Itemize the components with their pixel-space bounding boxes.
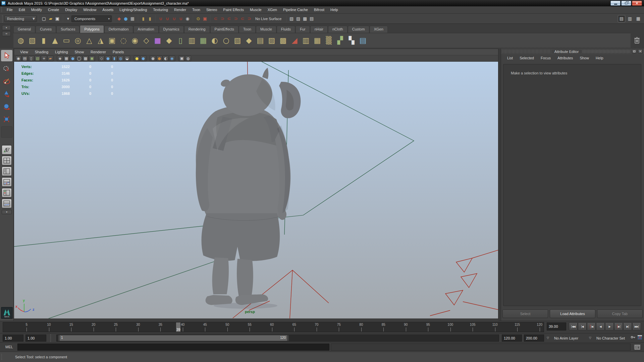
menubar-item-lighting-shading[interactable]: Lighting/Shading: [116, 6, 150, 13]
input-connections-icon[interactable]: ⊂: [212, 15, 219, 22]
layout-persp-graph-button[interactable]: [2, 177, 12, 187]
motion-blur-icon[interactable]: ◐: [163, 56, 169, 61]
poly-platonic-icon[interactable]: ◇: [141, 35, 152, 47]
shelf-tab-dynamics[interactable]: Dynamics: [159, 26, 184, 33]
pane-divider[interactable]: [498, 49, 501, 321]
attribute-editor-titlebar[interactable]: Attribute Editor ×: [501, 49, 644, 54]
ipr-render-icon[interactable]: ▩: [302, 15, 308, 22]
render-view-icon[interactable]: ▧: [288, 15, 295, 22]
highlight-backfaces-toggle[interactable]: ▮: [147, 15, 153, 22]
shaded-icon[interactable]: ●: [105, 56, 111, 61]
step-forward-frame-button[interactable]: ▶|: [614, 322, 623, 330]
wire-on-shaded-icon[interactable]: ◍: [118, 56, 124, 61]
viewport-menu-show[interactable]: Show: [71, 49, 88, 55]
default-lighting-icon[interactable]: ●: [134, 56, 140, 61]
attribute-editor-menu-selected[interactable]: Selected: [516, 54, 537, 62]
menubar-item-bifrost[interactable]: Bifrost: [311, 6, 327, 13]
viewport-menu-shading[interactable]: Shading: [32, 49, 52, 55]
step-back-frame-button[interactable]: |◀: [587, 322, 596, 330]
snap-magnet-icon[interactable]: ⊂: [239, 15, 246, 22]
combine-icon[interactable]: ▥: [186, 35, 197, 47]
shelf-tab-polygons[interactable]: Polygons: [80, 25, 104, 33]
lock-selection-icon[interactable]: ⊙: [195, 15, 202, 22]
xray-icon[interactable]: ◍: [185, 56, 191, 61]
statusline-separator[interactable]: [154, 15, 156, 22]
command-results-field[interactable]: [331, 344, 631, 351]
layout-single-pane-button[interactable]: [2, 145, 12, 155]
animation-end-field[interactable]: [524, 335, 544, 342]
attribute-editor-undock-icon[interactable]: [632, 49, 637, 54]
insert-edge-loop-icon[interactable]: ▥: [301, 35, 311, 47]
output-connections-icon[interactable]: ⊃: [219, 15, 226, 22]
snap-to-view-planes-icon[interactable]: ∪: [177, 15, 184, 22]
shelf-tab-custom[interactable]: Custom: [348, 26, 369, 33]
lasso-select-tool-button[interactable]: [1, 63, 12, 74]
make-live-icon[interactable]: ◉: [184, 15, 191, 22]
snap-to-points-icon[interactable]: ∪: [171, 15, 177, 22]
selection-box-icon[interactable]: ▣: [202, 15, 208, 22]
poly-prism-icon[interactable]: △: [84, 35, 95, 47]
poly-plane-icon[interactable]: ▭: [61, 35, 72, 47]
menubar-item-render[interactable]: Render: [171, 6, 189, 13]
poly-pyramid-icon[interactable]: ◮: [95, 35, 106, 47]
poly-helix-icon[interactable]: ◌: [118, 35, 129, 47]
extrude-icon[interactable]: ▧: [232, 35, 243, 47]
shelf-tab-ncloth[interactable]: nCloth: [328, 26, 347, 33]
attribute-editor-close-icon[interactable]: ×: [638, 49, 643, 54]
select-tool-button[interactable]: [1, 50, 12, 61]
go-to-end-button[interactable]: ▶▶|: [632, 322, 641, 330]
statusline-separator[interactable]: [192, 15, 194, 22]
channel-box-toggle[interactable]: ▦: [635, 15, 642, 22]
tool-settings-toggle[interactable]: ▥: [626, 15, 634, 22]
shelf-tab-fluids[interactable]: Fluids: [277, 26, 295, 33]
two-d-pan-zoom-icon[interactable]: +: [41, 56, 47, 61]
append-polygon-icon[interactable]: ▨: [266, 35, 277, 47]
menubar-item-assets[interactable]: Assets: [99, 6, 116, 13]
poly-cone-icon[interactable]: ▲: [50, 35, 60, 47]
poly-pipe-icon[interactable]: ▣: [107, 35, 117, 47]
layout-more-button[interactable]: ▾: [2, 210, 12, 214]
range-grip[interactable]: [50, 335, 52, 342]
shelf-tab-rendering[interactable]: Rendering: [184, 26, 210, 33]
shelf-tab-cycle-button[interactable]: ▾: [2, 25, 11, 30]
character-set-dropdown-icon[interactable]: ▽: [589, 336, 591, 340]
snap-to-grid-icon[interactable]: ∪: [157, 15, 164, 22]
range-slider-bar[interactable]: 1 120: [58, 335, 289, 341]
script-editor-icon[interactable]: [633, 344, 641, 351]
shelf-tab-surfaces[interactable]: Surfaces: [56, 26, 79, 33]
viewport-canvas[interactable]: x y z Verts:152200Edges:314600Faces:1626…: [14, 62, 498, 318]
menubar-item-muscle[interactable]: Muscle: [247, 6, 265, 13]
layout-persp-curve-button[interactable]: [2, 199, 12, 208]
step-back-key-button[interactable]: |◀: [578, 322, 587, 330]
menubar-item-stereo[interactable]: Stereo: [203, 6, 220, 13]
uv-checker-icon[interactable]: ▚: [346, 35, 357, 47]
command-line-label[interactable]: MEL: [5, 345, 13, 349]
render-settings-icon[interactable]: ▤: [308, 15, 315, 22]
statusline-separator[interactable]: [38, 15, 40, 22]
viewport-menu-renderer[interactable]: Renderer: [87, 49, 109, 55]
grease-pencil-icon[interactable]: ▰: [47, 56, 53, 61]
crease-set-icon[interactable]: ▒: [323, 35, 334, 47]
select-hierarchy-icon[interactable]: ◆: [116, 15, 122, 22]
current-time-field[interactable]: [547, 322, 566, 330]
menubar-item-help[interactable]: Help: [327, 6, 341, 13]
playback-start-field[interactable]: [25, 335, 46, 342]
subdiv-proxy-icon[interactable]: ■: [152, 35, 163, 47]
all-lights-icon[interactable]: ●: [140, 56, 146, 61]
anti-aliasing-icon[interactable]: ◉: [169, 56, 175, 61]
go-to-start-button[interactable]: |◀◀: [569, 322, 578, 330]
attribute-editor-menu-help[interactable]: Help: [592, 54, 607, 62]
bridge-icon[interactable]: ▤: [255, 35, 266, 47]
poly-soccer-ball-icon[interactable]: ◉: [129, 35, 140, 47]
menubar-item-xgen[interactable]: XGen: [265, 6, 280, 13]
construction-history-icon[interactable]: ⊂: [226, 15, 232, 22]
viewport-menu-panels[interactable]: Panels: [109, 49, 127, 55]
select-object-icon[interactable]: ●: [122, 15, 129, 22]
menubar-item-texturing[interactable]: Texturing: [150, 6, 171, 13]
uv-editor-icon[interactable]: ▤: [358, 35, 368, 47]
shelf-tab-animation[interactable]: Animation: [133, 26, 159, 33]
wireframe-icon[interactable]: ◇: [99, 56, 105, 61]
attribute-editor-menu-focus[interactable]: Focus: [537, 54, 554, 62]
shelf-tab-toon[interactable]: Toon: [239, 26, 256, 33]
character-set-selector[interactable]: No Character Set: [594, 335, 628, 342]
